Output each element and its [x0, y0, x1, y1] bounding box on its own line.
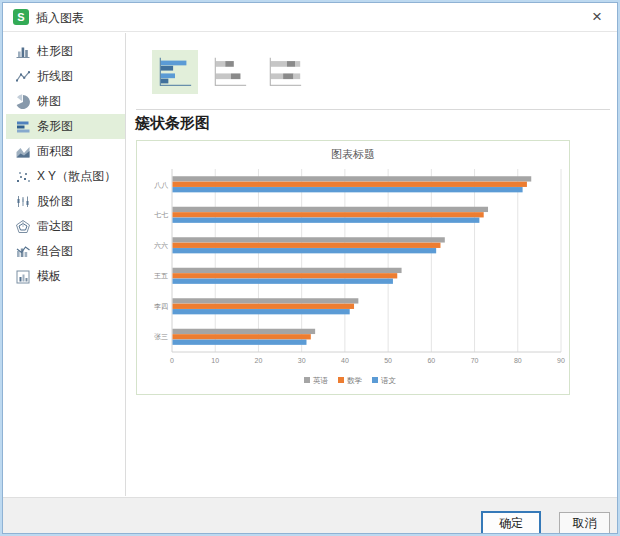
svg-text:图表标题: 图表标题 [331, 148, 375, 160]
bar [173, 187, 523, 192]
bar [173, 279, 393, 284]
chart-type-sidebar: 柱形图折线图饼图条形图面积图X Y（散点图）股价图雷达图组合图模板 [6, 33, 125, 496]
sidebar-item-combo-chart[interactable]: 组合图 [6, 239, 125, 264]
sidebar-item-stock-chart[interactable]: 股价图 [6, 189, 125, 214]
content-divider [136, 109, 610, 110]
radar-chart-icon [15, 219, 31, 235]
svg-text:20: 20 [255, 357, 263, 364]
svg-text:张三: 张三 [154, 333, 168, 341]
subtype-stacked-bar[interactable] [207, 50, 253, 94]
sidebar-item-label: 条形图 [37, 118, 73, 135]
bar [173, 334, 311, 339]
svg-text:50: 50 [384, 357, 392, 364]
preview-chart: 图表标题0102030405060708090八八七七六六王五李四张三英语数学语… [137, 141, 569, 394]
scatter-chart-icon [15, 169, 31, 185]
svg-text:10: 10 [211, 357, 219, 364]
ok-button[interactable]: 确定 [481, 511, 541, 534]
bar [173, 273, 398, 278]
svg-text:语文: 语文 [381, 376, 397, 385]
sidebar-item-scatter-chart[interactable]: X Y（散点图） [6, 164, 125, 189]
svg-text:数学: 数学 [347, 376, 363, 385]
sidebar-item-label: 折线图 [37, 68, 73, 85]
line-chart-icon [15, 69, 31, 85]
sidebar-item-area-chart[interactable]: 面积图 [6, 139, 125, 164]
window-title: 插入图表 [36, 10, 84, 27]
app-logo-icon: S [13, 9, 29, 25]
sidebar-item-radar-chart[interactable]: 雷达图 [6, 214, 125, 239]
sidebar-item-label: 雷达图 [37, 218, 73, 235]
template-icon [15, 269, 31, 285]
sidebar-item-line-chart[interactable]: 折线图 [6, 64, 125, 89]
sidebar-item-label: 面积图 [37, 143, 73, 160]
svg-text:90: 90 [557, 357, 565, 364]
insert-chart-dialog: S 插入图表 × 柱形图折线图饼图条形图面积图X Y（散点图）股价图雷达图组合图… [0, 0, 620, 536]
sidebar-divider [125, 33, 126, 496]
chart-preview-box: 图表标题0102030405060708090八八七七六六王五李四张三英语数学语… [136, 140, 570, 395]
svg-text:七七: 七七 [154, 211, 169, 218]
stock-chart-icon [15, 194, 31, 210]
bar [173, 329, 316, 334]
svg-text:40: 40 [341, 357, 349, 364]
cancel-button[interactable]: 取消 [559, 512, 610, 534]
svg-text:英语: 英语 [313, 376, 329, 385]
bar [173, 304, 355, 309]
svg-text:王五: 王五 [154, 272, 168, 279]
subtype-clustered-bar[interactable] [152, 50, 198, 94]
stacked-bar-icon [211, 56, 249, 88]
sidebar-item-label: 组合图 [37, 243, 73, 260]
percent-stacked-bar-icon [266, 56, 304, 88]
combo-chart-icon [15, 244, 31, 260]
bar [173, 268, 402, 273]
bar-chart-icon [15, 119, 31, 135]
svg-text:60: 60 [427, 357, 435, 364]
pie-chart-icon [15, 94, 31, 110]
subtype-heading: 簇状条形图 [135, 114, 210, 133]
svg-text:六六: 六六 [154, 242, 168, 249]
subtype-percent-stacked-bar[interactable] [262, 50, 308, 94]
sidebar-item-label: 股价图 [37, 193, 73, 210]
column-chart-icon [15, 44, 31, 60]
sidebar-item-column-chart[interactable]: 柱形图 [6, 39, 125, 64]
svg-text:八八: 八八 [154, 181, 168, 189]
bar [173, 248, 437, 253]
clustered-bar-icon [156, 56, 194, 88]
sidebar-item-pie-chart[interactable]: 饼图 [6, 89, 125, 114]
svg-text:80: 80 [514, 357, 522, 364]
bar [173, 207, 489, 212]
bar [173, 218, 480, 223]
sidebar-item-template[interactable]: 模板 [6, 264, 125, 289]
sidebar-item-bar-chart[interactable]: 条形图 [6, 114, 125, 139]
bar [173, 176, 532, 181]
sidebar-item-label: 柱形图 [37, 43, 73, 60]
sidebar-item-label: 饼图 [37, 93, 61, 110]
bar [173, 182, 527, 187]
sidebar-item-label: 模板 [37, 268, 61, 285]
area-chart-icon [15, 144, 31, 160]
bar [173, 243, 441, 248]
sidebar-item-label: X Y（散点图） [37, 168, 116, 185]
dialog-body: S 插入图表 × 柱形图折线图饼图条形图面积图X Y（散点图）股价图雷达图组合图… [2, 2, 618, 534]
bar [173, 340, 307, 345]
close-icon[interactable]: × [586, 6, 608, 28]
titlebar: S 插入图表 × [3, 3, 617, 32]
subtype-thumbnails [152, 50, 308, 94]
bar [173, 309, 350, 314]
svg-text:70: 70 [471, 357, 479, 364]
bar [173, 298, 359, 303]
svg-text:0: 0 [170, 357, 174, 364]
svg-text:30: 30 [298, 357, 306, 364]
bar [173, 212, 484, 217]
bar [173, 237, 445, 242]
svg-text:李四: 李四 [154, 303, 168, 311]
